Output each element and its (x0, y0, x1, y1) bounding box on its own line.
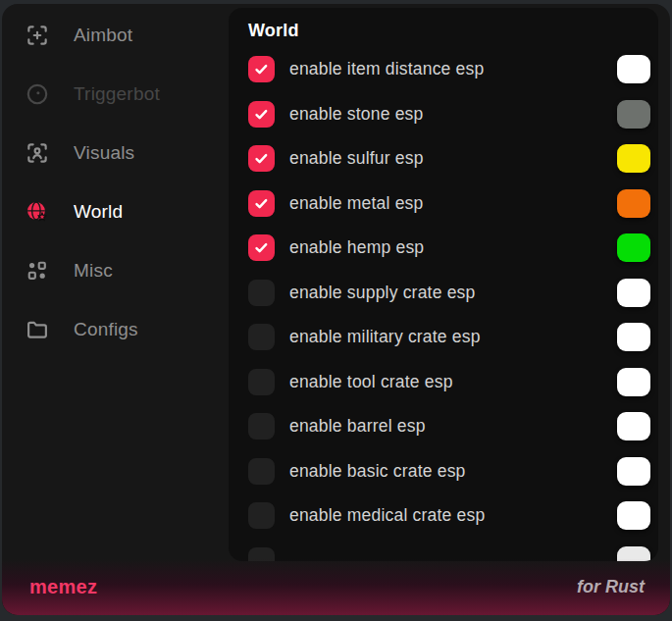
esp-checkbox[interactable] (248, 502, 275, 529)
panel-title: World (248, 20, 650, 41)
cheat-menu-window: Aimbot Triggerbot Visuals (2, 4, 670, 615)
misc-grid-icon (25, 258, 50, 284)
esp-row: enable supply crate esp (248, 271, 650, 316)
esp-label: enable barrel esp (289, 416, 617, 437)
footer-tagline: for Rust (577, 577, 645, 597)
sidebar-item-configs[interactable]: Configs (2, 300, 229, 359)
esp-checkbox[interactable] (248, 280, 275, 306)
esp-label: enable stone esp (289, 104, 617, 125)
color-swatch[interactable] (617, 412, 650, 440)
esp-label: enable supply crate esp (289, 283, 617, 303)
esp-checkbox[interactable] (248, 324, 275, 350)
esp-row: enable sulfur esp (248, 136, 650, 181)
esp-label: enable metal esp (289, 193, 617, 214)
color-swatch[interactable] (617, 144, 650, 173)
esp-label: enable tool crate esp (289, 372, 617, 392)
esp-label: enable basic crate esp (289, 461, 617, 482)
esp-row: enable hemp esp (248, 226, 650, 271)
esp-label: enable hemp esp (289, 237, 617, 258)
sidebar-item-triggerbot[interactable]: Triggerbot (2, 65, 229, 124)
configs-folder-icon (25, 317, 50, 342)
sidebar-item-misc[interactable]: Misc (2, 241, 229, 300)
visuals-user-scan-icon (25, 140, 50, 166)
esp-checkbox[interactable] (248, 101, 275, 128)
brand-memez: memez (29, 576, 97, 598)
esp-label: enable item distance esp (289, 59, 617, 79)
sidebar-item-label: World (74, 201, 123, 223)
color-swatch[interactable] (617, 457, 650, 486)
triggerbot-circle-icon (25, 81, 50, 107)
sidebar-item-aimbot[interactable]: Aimbot (2, 6, 229, 65)
color-swatch[interactable] (617, 233, 650, 262)
sidebar: Aimbot Triggerbot Visuals (2, 6, 229, 359)
esp-row: enable tool crate esp (248, 360, 650, 405)
esp-checkbox[interactable] (248, 458, 275, 485)
sidebar-item-world[interactable]: World (2, 182, 229, 241)
check-icon (253, 61, 270, 78)
esp-row: enable medical crate esp (248, 493, 650, 539)
check-icon (253, 106, 270, 123)
sidebar-item-label: Configs (74, 319, 138, 340)
color-swatch[interactable] (617, 279, 650, 307)
sidebar-item-label: Misc (74, 260, 113, 282)
esp-row: enable military crate esp (248, 315, 650, 360)
footer: memez for Rust (2, 559, 670, 615)
esp-row: enable item distance esp (248, 47, 650, 92)
esp-label: enable military crate esp (289, 327, 617, 347)
sidebar-item-label: Triggerbot (74, 83, 160, 105)
check-icon (253, 195, 270, 212)
color-swatch[interactable] (617, 100, 650, 129)
color-swatch[interactable] (617, 501, 650, 530)
esp-row: enable barrel esp (248, 404, 650, 449)
esp-checkbox[interactable] (248, 234, 275, 261)
esp-checkbox[interactable] (248, 190, 275, 217)
esp-row: enable metal esp (248, 181, 650, 227)
check-icon (253, 150, 270, 167)
color-swatch[interactable] (617, 368, 650, 396)
esp-row: enable basic crate esp (248, 449, 650, 494)
color-swatch[interactable] (617, 323, 650, 351)
esp-checkbox[interactable] (248, 369, 275, 395)
esp-label: enable sulfur esp (289, 148, 617, 169)
aimbot-crosshair-icon (25, 23, 50, 48)
check-icon (253, 239, 270, 256)
sidebar-item-visuals[interactable]: Visuals (2, 124, 229, 182)
color-swatch[interactable] (617, 189, 650, 218)
esp-row-partial (248, 539, 650, 562)
esp-checkbox[interactable] (248, 145, 275, 172)
color-swatch[interactable] (617, 55, 650, 83)
world-globe-icon (25, 199, 50, 225)
esp-checkbox[interactable] (248, 56, 275, 82)
sidebar-item-label: Visuals (74, 142, 134, 164)
esp-label: enable medical crate esp (289, 505, 617, 526)
esp-row: enable stone esp (248, 92, 650, 137)
esp-checkbox[interactable] (248, 413, 275, 440)
world-panel: World enable item distance esp enable st… (229, 8, 658, 561)
sidebar-item-label: Aimbot (74, 25, 132, 46)
